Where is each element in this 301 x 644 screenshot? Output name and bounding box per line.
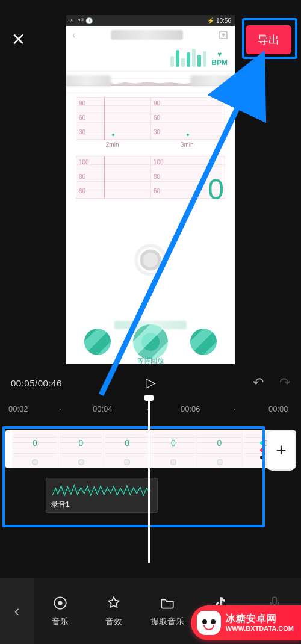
add-clip-button[interactable]: +	[266, 430, 296, 471]
tick: 100	[154, 159, 164, 166]
record-indicator	[138, 247, 163, 273]
bpm-label: ♥ BPM	[211, 50, 228, 67]
preview-caption: 等待回放	[137, 356, 164, 364]
watermark-logo-icon	[197, 611, 221, 635]
tick: 30	[79, 129, 85, 135]
audio-waveform	[52, 483, 151, 498]
watermark-url: WWW.BXTDATA.COM	[226, 625, 294, 632]
chart-label: 2min	[106, 141, 119, 148]
star-icon	[105, 595, 122, 611]
preview-status-bar: ᯤ ⁴ᴳ 🕓 ⚡ 10:56	[66, 15, 235, 26]
close-button[interactable]: ✕	[10, 31, 26, 48]
heart-icon: ♥	[217, 50, 222, 58]
watermark-badge: 冰糖安卓网 WWW.BXTDATA.COM	[191, 605, 301, 640]
playhead[interactable]	[148, 400, 150, 563]
status-right: ⚡ 10:56	[207, 17, 231, 24]
ruler-mark: 00:04	[93, 404, 113, 413]
thumb-value: 0	[33, 438, 37, 448]
export-button[interactable]: 导出	[246, 25, 291, 54]
folder-icon	[159, 595, 176, 611]
audio-clip[interactable]: 录音1	[46, 478, 158, 513]
ruler-mark: 00:02	[8, 404, 28, 413]
play-button[interactable]: ▷	[146, 375, 156, 391]
clip-handle-left[interactable]	[5, 430, 12, 468]
undo-button[interactable]: ↶	[253, 375, 264, 391]
video-thumb[interactable]: 0	[104, 430, 150, 468]
tick: 90	[154, 100, 160, 107]
redo-button[interactable]: ↷	[279, 375, 290, 391]
time-readout: 00:05/00:46	[11, 378, 62, 388]
tick: 30	[154, 129, 160, 135]
tick: 100	[79, 159, 89, 166]
preview-waveform	[66, 69, 235, 93]
tick: 90	[79, 100, 85, 107]
tool-extract-music[interactable]: 提取音乐	[141, 595, 194, 627]
toolbar-back-button[interactable]: ‹	[0, 578, 34, 644]
video-thumb[interactable]: 0	[12, 430, 58, 468]
transition-icon	[260, 441, 264, 459]
tool-label: 提取音乐	[150, 616, 184, 627]
bpm-bars	[170, 48, 206, 67]
tick: 60	[79, 114, 85, 121]
preview-button-center	[133, 324, 168, 359]
preview-button-right	[190, 329, 217, 355]
mini-chart-1: 90 60 30 2min	[76, 97, 150, 140]
svg-rect-4	[272, 597, 276, 604]
video-thumb[interactable]: 0	[150, 430, 197, 468]
ruler-mark: 00:06	[181, 404, 200, 413]
bpm-text: BPM	[211, 58, 228, 67]
video-thumb[interactable]: 0	[58, 430, 105, 468]
preview-share-icon	[218, 29, 229, 40]
preview-back-icon: ‹	[72, 29, 75, 40]
timeline-ruler[interactable]: 00:02 · 00:04 · 00:06 · 00:08	[0, 400, 301, 418]
preview-title-blur	[111, 30, 183, 40]
ruler-mark: 00:08	[268, 404, 288, 413]
thumb-value: 0	[79, 438, 84, 448]
tick: 80	[79, 173, 85, 180]
video-preview[interactable]: ᯤ ⁴ᴳ 🕓 ⚡ 10:56 ‹ ♥ BPM	[66, 15, 235, 364]
tick: 80	[154, 173, 160, 180]
audio-clip-label: 录音1	[51, 500, 70, 510]
plus-icon: +	[276, 440, 287, 460]
chart-label: 3min	[181, 141, 194, 148]
mini-chart-3: 100 80 60	[76, 156, 150, 199]
tool-music[interactable]: 音乐	[34, 595, 87, 627]
video-track[interactable]: 0 0 0 0 0 0	[5, 430, 296, 468]
thumb-value: 0	[125, 438, 129, 448]
tool-sfx[interactable]: 音效	[87, 595, 141, 627]
preview-button-left	[84, 329, 111, 355]
ruler-dot: ·	[59, 404, 61, 413]
thumb-value: 0	[171, 438, 176, 448]
status-left: ᯤ ⁴ᴳ 🕓	[70, 17, 93, 24]
music-icon	[52, 595, 69, 611]
tick: 60	[154, 188, 160, 194]
video-thumb[interactable]: 0	[197, 430, 243, 468]
tick: 60	[154, 114, 160, 121]
ruler-dot: ·	[234, 404, 236, 413]
thumb-value: 0	[217, 438, 222, 448]
tick: 60	[79, 188, 85, 194]
watermark-title: 冰糖安卓网	[226, 614, 294, 624]
svg-point-3	[59, 601, 62, 604]
big-metric-value: 0	[208, 173, 224, 206]
tool-label: 音效	[105, 616, 122, 627]
mini-chart-2: 90 60 30 3min	[150, 97, 225, 140]
tool-label: 音乐	[52, 616, 69, 627]
